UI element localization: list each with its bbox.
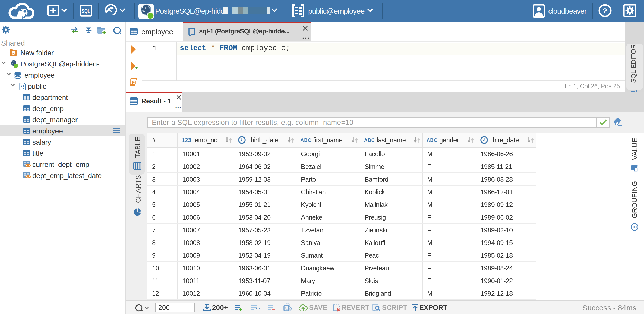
svg-text:SQL: SQL <box>82 8 90 14</box>
svg-text:?: ? <box>603 7 607 15</box>
svg-text:(+): (+) <box>255 308 260 312</box>
